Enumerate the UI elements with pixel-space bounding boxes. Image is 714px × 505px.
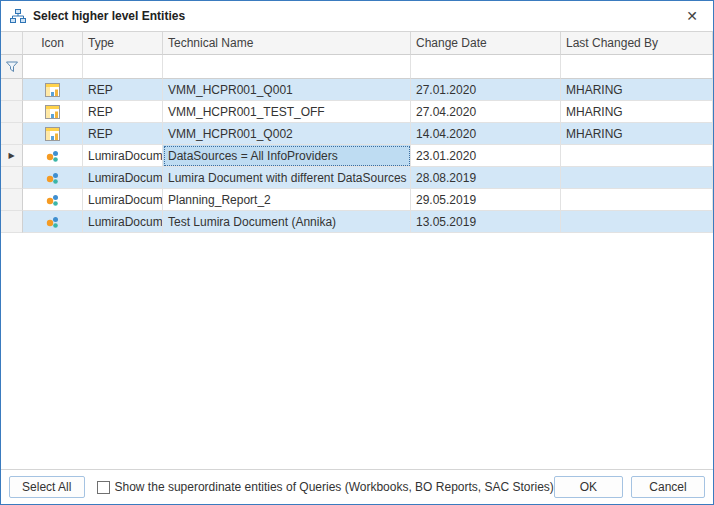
technical-name-cell[interactable]: VMM_HCPR001_TEST_OFF bbox=[163, 101, 411, 123]
last-changed-by-cell[interactable]: MHARING bbox=[561, 101, 713, 123]
filter-funnel-icon bbox=[1, 55, 23, 79]
checkbox-label: Show the superordinate entities of Queri… bbox=[115, 480, 554, 494]
close-button[interactable]: ✕ bbox=[671, 1, 713, 31]
type-cell[interactable]: REP bbox=[83, 123, 163, 145]
last-changed-by-cell[interactable]: MHARING bbox=[561, 79, 713, 101]
superordinate-queries-checkbox[interactable]: Show the superordinate entities of Queri… bbox=[97, 480, 554, 494]
last-changed-by-cell[interactable] bbox=[561, 145, 713, 167]
type-cell[interactable]: REP bbox=[83, 79, 163, 101]
type-cell[interactable]: LumiraDocum... bbox=[83, 211, 163, 233]
footer: Select All Show the superordinate entiti… bbox=[1, 469, 713, 504]
hierarchy-icon bbox=[9, 8, 27, 24]
rep-icon bbox=[23, 79, 83, 101]
type-cell[interactable]: LumiraDocum... bbox=[83, 189, 163, 211]
row-indicator bbox=[1, 167, 23, 189]
type-cell[interactable]: LumiraDocum... bbox=[83, 167, 163, 189]
last-changed-by-cell[interactable] bbox=[561, 189, 713, 211]
grid-rows: REPVMM_HCPR001_Q00127.01.2020MHARINGREPV… bbox=[1, 79, 713, 233]
type-cell[interactable]: LumiraDocum... bbox=[83, 145, 163, 167]
technical-name-cell[interactable]: Planning_Report_2 bbox=[163, 189, 411, 211]
rep-icon bbox=[23, 101, 83, 123]
lumira-icon bbox=[23, 211, 83, 233]
rep-icon bbox=[23, 123, 83, 145]
dialog-window: Select higher level Entities ✕ Icon Type… bbox=[0, 0, 714, 505]
checkbox-box[interactable] bbox=[97, 481, 110, 494]
lumira-icon bbox=[23, 167, 83, 189]
column-header-last-changed-by[interactable]: Last Changed By bbox=[561, 32, 713, 55]
column-header-icon[interactable]: Icon bbox=[23, 32, 83, 55]
technical-name-cell[interactable]: VMM_HCPR001_Q002 bbox=[163, 123, 411, 145]
type-cell[interactable]: REP bbox=[83, 101, 163, 123]
table-row[interactable]: REPVMM_HCPR001_TEST_OFF27.04.2020MHARING bbox=[1, 101, 713, 123]
technical-name-cell[interactable]: DataSources = All InfoProviders bbox=[163, 145, 411, 167]
table-row[interactable]: REPVMM_HCPR001_Q00214.04.2020MHARING bbox=[1, 123, 713, 145]
last-changed-by-cell[interactable] bbox=[561, 167, 713, 189]
last-changed-by-cell[interactable]: MHARING bbox=[561, 123, 713, 145]
entities-grid: Icon Type Technical Name Change Date Las… bbox=[1, 31, 713, 469]
filter-row bbox=[1, 55, 713, 79]
table-row[interactable]: REPVMM_HCPR001_Q00127.01.2020MHARING bbox=[1, 79, 713, 101]
change-date-cell[interactable]: 27.04.2020 bbox=[411, 101, 561, 123]
lumira-icon bbox=[23, 189, 83, 211]
column-header-type[interactable]: Type bbox=[83, 32, 163, 55]
row-indicator bbox=[1, 211, 23, 233]
change-date-cell[interactable]: 29.05.2019 bbox=[411, 189, 561, 211]
select-all-button[interactable]: Select All bbox=[9, 476, 85, 498]
filter-cell-technical-name[interactable] bbox=[163, 55, 411, 79]
filter-cell-icon[interactable] bbox=[23, 55, 83, 79]
filter-cell-type[interactable] bbox=[83, 55, 163, 79]
technical-name-cell[interactable]: Lumira Document with different DataSourc… bbox=[163, 167, 411, 189]
filter-cell-last-changed-by[interactable] bbox=[561, 55, 713, 79]
change-date-cell[interactable]: 14.04.2020 bbox=[411, 123, 561, 145]
title-bar[interactable]: Select higher level Entities ✕ bbox=[1, 1, 713, 31]
table-row[interactable]: LumiraDocum...Planning_Report_229.05.201… bbox=[1, 189, 713, 211]
lumira-icon bbox=[23, 145, 83, 167]
row-indicator bbox=[1, 101, 23, 123]
table-row[interactable]: LumiraDocum...Lumira Document with diffe… bbox=[1, 167, 713, 189]
filter-cell-change-date[interactable] bbox=[411, 55, 561, 79]
table-row[interactable]: LumiraDocum...Test Lumira Document (Anni… bbox=[1, 211, 713, 233]
focused-row-arrow: ▶ bbox=[8, 152, 14, 160]
ok-button[interactable]: OK bbox=[554, 476, 623, 498]
window-title: Select higher level Entities bbox=[33, 9, 185, 23]
table-row[interactable]: ▶LumiraDocum...DataSources = All InfoPro… bbox=[1, 145, 713, 167]
change-date-cell[interactable]: 23.01.2020 bbox=[411, 145, 561, 167]
technical-name-cell[interactable]: Test Lumira Document (Annika) bbox=[163, 211, 411, 233]
technical-name-cell[interactable]: VMM_HCPR001_Q001 bbox=[163, 79, 411, 101]
row-indicator bbox=[1, 79, 23, 101]
change-date-cell[interactable]: 27.01.2020 bbox=[411, 79, 561, 101]
row-indicator: ▶ bbox=[1, 145, 23, 167]
change-date-cell[interactable]: 28.08.2019 bbox=[411, 167, 561, 189]
last-changed-by-cell[interactable] bbox=[561, 211, 713, 233]
column-header-technical-name[interactable]: Technical Name bbox=[163, 32, 411, 55]
cancel-button[interactable]: Cancel bbox=[631, 476, 705, 498]
row-indicator bbox=[1, 123, 23, 145]
column-header-change-date[interactable]: Change Date bbox=[411, 32, 561, 55]
change-date-cell[interactable]: 13.05.2019 bbox=[411, 211, 561, 233]
row-indicator bbox=[1, 189, 23, 211]
header-indicator bbox=[1, 32, 23, 55]
grid-header-row: Icon Type Technical Name Change Date Las… bbox=[1, 32, 713, 55]
